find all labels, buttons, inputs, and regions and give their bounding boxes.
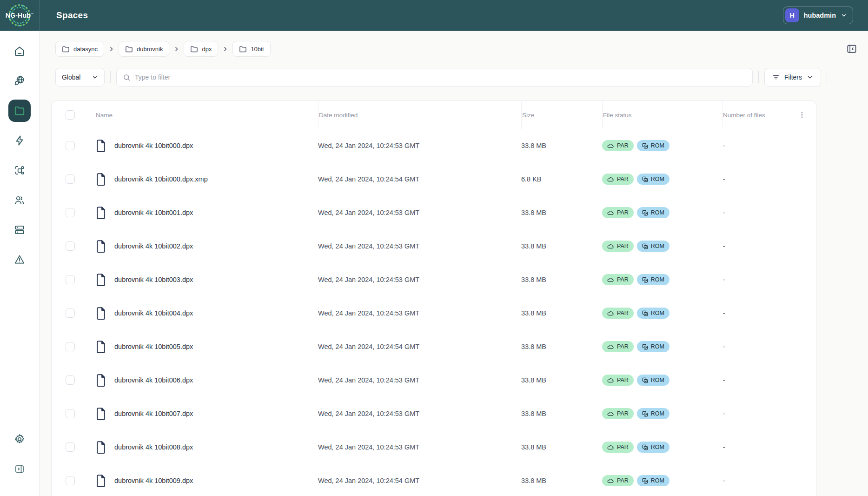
status-badge-rom: ROM [637,341,669,352]
chevron-right-icon [173,46,179,52]
row-checkbox[interactable] [66,375,75,385]
table-row[interactable]: dubrovnik 4k 10bit006.dpx Wed, 24 Jan 20… [52,363,816,397]
file-size: 33.8 MB [521,242,602,250]
table-row[interactable]: dubrovnik 4k 10bit000.dpx.xmp Wed, 24 Ja… [52,162,816,196]
sidebar-item-collapse[interactable] [8,458,31,480]
sidebar-item-jobs[interactable] [8,129,31,152]
main-content: datasync dubrovnik dpx 10bit Glo [40,31,868,496]
date-modified: Wed, 24 Jan 2024, 10:24:54 GMT [318,175,521,183]
status-badge-rom: ROM [637,274,669,285]
copy-check-icon [642,243,648,249]
scope-select[interactable]: Global [55,68,105,87]
status-badge-par: PAR [602,341,634,352]
column-header-number-of-files[interactable]: Number of files [722,101,787,129]
filters-button[interactable]: Filters [764,68,821,87]
table-row[interactable]: dubrovnik 4k 10bit001.dpx Wed, 24 Jan 20… [52,196,816,229]
folder-icon [125,46,133,53]
cloud-icon [607,277,614,282]
copy-check-icon [642,143,648,149]
file-icon [96,139,107,152]
table-row[interactable]: dubrovnik 4k 10bit000.dpx Wed, 24 Jan 20… [52,129,816,162]
app-logo[interactable]: NG-Hub™ [0,0,40,31]
date-modified: Wed, 24 Jan 2024, 10:24:53 GMT [318,276,521,283]
number-of-files: - [722,410,787,417]
file-status-badges: PAR ROM [602,442,722,453]
file-icon [96,374,107,387]
sidebar [0,31,40,496]
number-of-files: - [722,142,787,149]
number-of-files: - [722,309,787,317]
file-name: dubrovnik 4k 10bit008.dpx [114,443,193,451]
search-input[interactable] [135,74,746,81]
row-checkbox[interactable] [66,141,75,150]
column-header-file-status[interactable]: File status [602,101,722,129]
breadcrumb-item[interactable]: dpx [184,41,218,57]
row-checkbox[interactable] [66,308,75,318]
table-row[interactable]: dubrovnik 4k 10bit008.dpx Wed, 24 Jan 20… [52,430,816,464]
table-row[interactable]: dubrovnik 4k 10bit005.dpx Wed, 24 Jan 20… [52,330,816,363]
open-side-panel-button[interactable] [846,43,858,55]
column-header-date-modified[interactable]: Date modified [318,101,521,129]
sidebar-item-spaces[interactable] [8,100,31,122]
sidebar-item-automations[interactable] [8,159,31,181]
status-badge-rom: ROM [637,241,669,252]
number-of-files: - [722,343,787,350]
sidebar-item-storage[interactable] [8,219,31,241]
row-checkbox[interactable] [66,476,75,485]
row-checkbox[interactable] [66,208,75,217]
avatar: H [785,8,799,22]
status-badge-rom: ROM [637,442,669,453]
breadcrumb-item[interactable]: dubrovnik [119,41,169,57]
select-all-checkbox[interactable] [66,110,75,120]
table-header: Name Date modified Size File status Numb… [52,101,816,129]
file-table: Name Date modified Size File status Numb… [51,101,816,496]
file-icon [96,340,107,353]
file-name: dubrovnik 4k 10bit000.dpx.xmp [114,175,208,183]
file-icon [96,273,107,286]
breadcrumb-item[interactable]: datasync [55,41,104,57]
file-icon [96,474,107,487]
status-badge-par: PAR [602,207,634,218]
globe-search-icon [13,75,26,87]
table-row[interactable]: dubrovnik 4k 10bit003.dpx Wed, 24 Jan 20… [52,263,816,296]
file-status-badges: PAR ROM [602,241,722,252]
row-checkbox[interactable] [66,342,75,351]
table-row[interactable]: dubrovnik 4k 10bit002.dpx Wed, 24 Jan 20… [52,229,816,263]
row-checkbox[interactable] [66,409,75,418]
row-checkbox[interactable] [66,174,75,184]
sidebar-item-discover[interactable] [8,70,31,92]
column-header-name[interactable]: Name [84,101,318,129]
sidebar-item-settings[interactable] [8,428,31,450]
status-badge-rom: ROM [637,408,669,419]
date-modified: Wed, 24 Jan 2024, 10:24:53 GMT [318,443,521,451]
cloud-icon [607,210,614,215]
table-row[interactable]: dubrovnik 4k 10bit009.dpx Wed, 24 Jan 20… [52,464,816,496]
row-checkbox[interactable] [66,241,75,251]
page-title: Spaces [56,10,88,20]
file-size: 33.8 MB [521,343,602,350]
filter-bar: Global Filters [55,68,827,87]
table-row[interactable]: dubrovnik 4k 10bit004.dpx Wed, 24 Jan 20… [52,296,816,330]
scope-label: Global [62,74,80,81]
copy-check-icon [642,277,648,283]
file-status-badges: PAR ROM [602,140,722,151]
row-checkbox[interactable] [66,442,75,452]
row-checkbox[interactable] [66,275,75,284]
file-status-badges: PAR ROM [602,207,722,218]
cloud-icon [607,411,614,416]
user-menu[interactable]: H hubadmin [783,7,853,24]
column-header-size[interactable]: Size [521,101,602,129]
table-body: dubrovnik 4k 10bit000.dpx Wed, 24 Jan 20… [52,129,816,496]
copy-check-icon [642,411,648,417]
cloud-icon [607,445,614,450]
column-options-button[interactable] [798,111,806,119]
chevron-right-icon [222,46,228,52]
sidebar-item-alerts[interactable] [8,248,31,271]
copy-check-icon [642,344,648,350]
sidebar-item-users[interactable] [8,189,31,211]
breadcrumb-item[interactable]: 10bit [232,41,270,57]
table-row[interactable]: dubrovnik 4k 10bit007.dpx Wed, 24 Jan 20… [52,397,816,430]
date-modified: Wed, 24 Jan 2024, 10:24:54 GMT [318,477,521,484]
file-icon [96,307,107,320]
sidebar-item-home[interactable] [8,40,31,62]
